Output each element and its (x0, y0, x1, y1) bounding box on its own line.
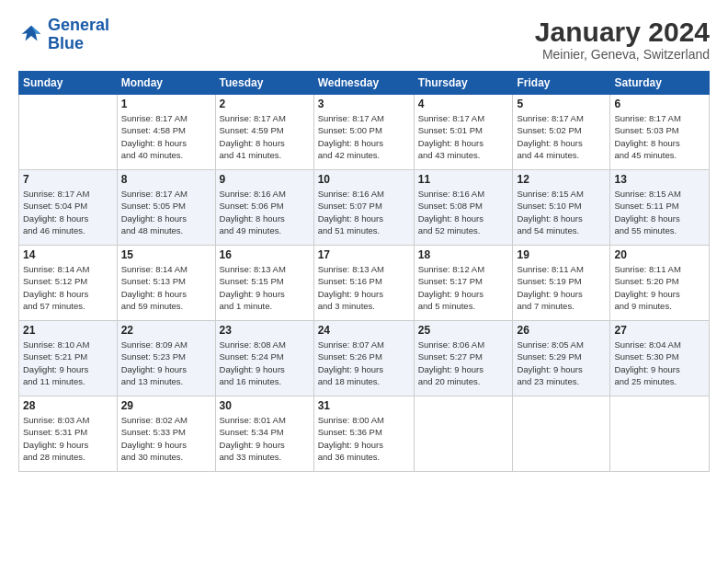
day-info: Sunrise: 8:07 AMSunset: 5:26 PMDaylight:… (318, 339, 410, 387)
calendar-header: SundayMondayTuesdayWednesdayThursdayFrid… (19, 72, 710, 95)
calendar-cell: 23Sunrise: 8:08 AMSunset: 5:24 PMDayligh… (215, 321, 313, 396)
calendar-cell: 26Sunrise: 8:05 AMSunset: 5:29 PMDayligh… (513, 321, 610, 396)
calendar-cell: 6Sunrise: 8:17 AMSunset: 5:03 PMDaylight… (610, 95, 710, 170)
day-info: Sunrise: 8:16 AMSunset: 5:08 PMDaylight:… (418, 188, 509, 236)
calendar-table: SundayMondayTuesdayWednesdayThursdayFrid… (18, 71, 710, 472)
calendar-cell: 30Sunrise: 8:01 AMSunset: 5:34 PMDayligh… (215, 396, 313, 472)
calendar-cell: 31Sunrise: 8:00 AMSunset: 5:36 PMDayligh… (313, 396, 414, 472)
calendar-cell (19, 95, 118, 170)
day-number: 21 (23, 324, 113, 337)
calendar-cell: 21Sunrise: 8:10 AMSunset: 5:21 PMDayligh… (19, 321, 118, 396)
day-number: 24 (318, 324, 410, 337)
calendar-cell: 29Sunrise: 8:02 AMSunset: 5:33 PMDayligh… (117, 396, 215, 472)
day-info: Sunrise: 8:06 AMSunset: 5:27 PMDaylight:… (418, 339, 509, 387)
day-number: 30 (220, 399, 310, 412)
calendar-cell: 25Sunrise: 8:06 AMSunset: 5:27 PMDayligh… (414, 321, 513, 396)
day-info: Sunrise: 8:11 AMSunset: 5:19 PMDaylight:… (517, 263, 606, 312)
calendar-cell: 5Sunrise: 8:17 AMSunset: 5:02 PMDaylight… (513, 95, 610, 170)
logo-icon (18, 22, 44, 48)
day-number: 12 (517, 173, 606, 186)
day-info: Sunrise: 8:01 AMSunset: 5:34 PMDaylight:… (220, 414, 310, 463)
page: General Blue January 2024 Meinier, Genev… (0, 0, 728, 563)
day-number: 4 (418, 98, 509, 110)
calendar-cell: 20Sunrise: 8:11 AMSunset: 5:20 PMDayligh… (610, 246, 710, 321)
day-number: 11 (418, 173, 509, 186)
calendar-cell: 3Sunrise: 8:17 AMSunset: 5:00 PMDaylight… (313, 95, 414, 170)
day-number: 7 (23, 173, 113, 186)
logo-text: General Blue (48, 17, 109, 53)
day-number: 16 (220, 248, 310, 261)
day-number: 14 (23, 248, 113, 261)
weekday-header-sunday: Sunday (19, 72, 118, 95)
weekday-row: SundayMondayTuesdayWednesdayThursdayFrid… (19, 72, 710, 95)
day-number: 18 (418, 248, 509, 261)
day-info: Sunrise: 8:14 AMSunset: 5:12 PMDaylight:… (23, 263, 113, 312)
day-info: Sunrise: 8:17 AMSunset: 4:58 PMDaylight:… (121, 112, 211, 161)
weekday-header-tuesday: Tuesday (215, 72, 313, 95)
weekday-header-monday: Monday (117, 72, 215, 95)
calendar-cell: 8Sunrise: 8:17 AMSunset: 5:05 PMDaylight… (117, 170, 215, 246)
day-number: 29 (121, 399, 211, 412)
day-number: 28 (23, 399, 113, 412)
day-number: 27 (614, 324, 705, 337)
subtitle: Meinier, Geneva, Switzerland (535, 47, 710, 62)
weekday-header-thursday: Thursday (414, 72, 513, 95)
day-info: Sunrise: 8:02 AMSunset: 5:33 PMDaylight:… (121, 414, 211, 463)
day-info: Sunrise: 8:14 AMSunset: 5:13 PMDaylight:… (121, 263, 211, 312)
day-number: 13 (614, 173, 705, 186)
calendar-cell: 10Sunrise: 8:16 AMSunset: 5:07 PMDayligh… (313, 170, 414, 246)
day-number: 8 (121, 173, 211, 186)
day-number: 22 (121, 324, 211, 337)
calendar-cell: 27Sunrise: 8:04 AMSunset: 5:30 PMDayligh… (610, 321, 710, 396)
day-number: 10 (318, 173, 410, 186)
day-info: Sunrise: 8:04 AMSunset: 5:30 PMDaylight:… (614, 339, 705, 387)
day-info: Sunrise: 8:09 AMSunset: 5:23 PMDaylight:… (121, 339, 211, 387)
calendar-cell: 19Sunrise: 8:11 AMSunset: 5:19 PMDayligh… (513, 246, 610, 321)
day-number: 9 (220, 173, 310, 186)
day-number: 19 (517, 248, 606, 261)
day-number: 31 (318, 399, 410, 412)
day-info: Sunrise: 8:17 AMSunset: 5:04 PMDaylight:… (23, 188, 113, 236)
day-info: Sunrise: 8:15 AMSunset: 5:10 PMDaylight:… (517, 188, 606, 236)
calendar-cell: 16Sunrise: 8:13 AMSunset: 5:15 PMDayligh… (215, 246, 313, 321)
weekday-header-friday: Friday (513, 72, 610, 95)
calendar-week-1: 1Sunrise: 8:17 AMSunset: 4:58 PMDaylight… (19, 95, 710, 170)
day-number: 25 (418, 324, 509, 337)
calendar-cell: 2Sunrise: 8:17 AMSunset: 4:59 PMDaylight… (215, 95, 313, 170)
day-number: 26 (517, 324, 606, 337)
day-info: Sunrise: 8:11 AMSunset: 5:20 PMDaylight:… (614, 263, 705, 312)
calendar-week-5: 28Sunrise: 8:03 AMSunset: 5:31 PMDayligh… (19, 396, 710, 472)
calendar-cell: 22Sunrise: 8:09 AMSunset: 5:23 PMDayligh… (117, 321, 215, 396)
weekday-header-saturday: Saturday (610, 72, 710, 95)
calendar-cell: 9Sunrise: 8:16 AMSunset: 5:06 PMDaylight… (215, 170, 313, 246)
calendar-cell: 15Sunrise: 8:14 AMSunset: 5:13 PMDayligh… (117, 246, 215, 321)
logo-line1: General (48, 16, 109, 34)
day-info: Sunrise: 8:12 AMSunset: 5:17 PMDaylight:… (418, 263, 509, 312)
calendar-cell (610, 396, 710, 472)
title-block: January 2024 Meinier, Geneva, Switzerlan… (535, 17, 710, 62)
day-number: 3 (318, 98, 410, 110)
calendar-cell: 12Sunrise: 8:15 AMSunset: 5:10 PMDayligh… (513, 170, 610, 246)
day-info: Sunrise: 8:15 AMSunset: 5:11 PMDaylight:… (614, 188, 705, 236)
day-info: Sunrise: 8:00 AMSunset: 5:36 PMDaylight:… (318, 414, 410, 463)
calendar-cell (414, 396, 513, 472)
day-info: Sunrise: 8:17 AMSunset: 4:59 PMDaylight:… (220, 112, 310, 161)
day-info: Sunrise: 8:17 AMSunset: 5:01 PMDaylight:… (418, 112, 509, 161)
day-info: Sunrise: 8:13 AMSunset: 5:16 PMDaylight:… (318, 263, 410, 312)
day-info: Sunrise: 8:05 AMSunset: 5:29 PMDaylight:… (517, 339, 606, 387)
calendar-week-3: 14Sunrise: 8:14 AMSunset: 5:12 PMDayligh… (19, 246, 710, 321)
day-number: 23 (220, 324, 310, 337)
calendar-cell: 18Sunrise: 8:12 AMSunset: 5:17 PMDayligh… (414, 246, 513, 321)
day-number: 6 (614, 98, 705, 110)
day-info: Sunrise: 8:03 AMSunset: 5:31 PMDaylight:… (23, 414, 113, 463)
calendar-cell: 7Sunrise: 8:17 AMSunset: 5:04 PMDaylight… (19, 170, 118, 246)
day-info: Sunrise: 8:17 AMSunset: 5:03 PMDaylight:… (614, 112, 705, 161)
calendar-body: 1Sunrise: 8:17 AMSunset: 4:58 PMDaylight… (19, 95, 710, 472)
calendar-cell: 17Sunrise: 8:13 AMSunset: 5:16 PMDayligh… (313, 246, 414, 321)
header: General Blue January 2024 Meinier, Genev… (18, 17, 710, 62)
calendar-cell: 11Sunrise: 8:16 AMSunset: 5:08 PMDayligh… (414, 170, 513, 246)
calendar-cell: 28Sunrise: 8:03 AMSunset: 5:31 PMDayligh… (19, 396, 118, 472)
day-info: Sunrise: 8:17 AMSunset: 5:05 PMDaylight:… (121, 188, 211, 236)
logo-line2: Blue (48, 34, 84, 52)
day-info: Sunrise: 8:16 AMSunset: 5:07 PMDaylight:… (318, 188, 410, 236)
